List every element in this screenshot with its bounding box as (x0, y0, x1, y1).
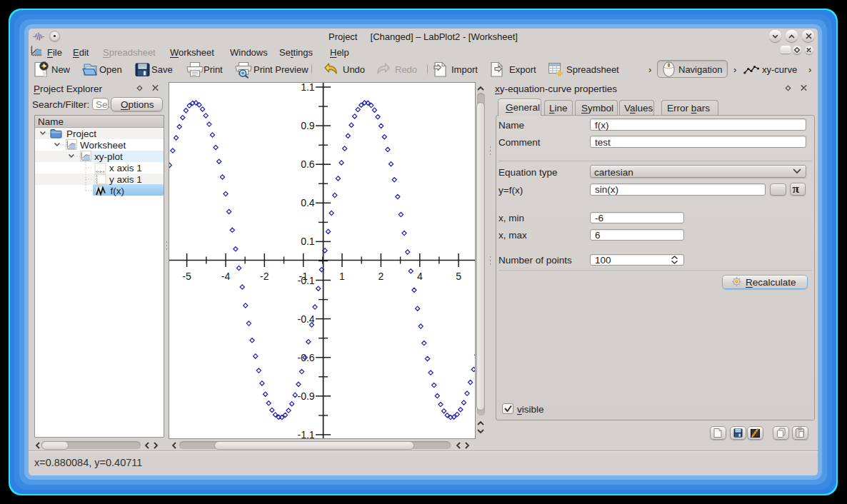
svg-text:-5: -5 (182, 271, 191, 282)
svg-text:-1.1: -1.1 (297, 428, 314, 438)
svg-text:-0.9: -0.9 (297, 390, 314, 401)
svg-text:2: 2 (379, 271, 384, 282)
svg-text:0.4: 0.4 (301, 197, 315, 208)
svg-text:1.1: 1.1 (301, 82, 315, 93)
svg-text:4: 4 (417, 271, 423, 282)
svg-text:0.9: 0.9 (301, 120, 315, 131)
svg-text:0.1: 0.1 (301, 236, 315, 247)
svg-text:-2: -2 (260, 271, 269, 282)
svg-text:1: 1 (339, 271, 345, 282)
svg-text:-0.6: -0.6 (297, 351, 314, 363)
svg-text:-4: -4 (221, 271, 231, 282)
svg-text:5: 5 (456, 271, 461, 282)
svg-text:-0.1: -0.1 (297, 274, 314, 286)
svg-text:0.6: 0.6 (301, 158, 315, 170)
